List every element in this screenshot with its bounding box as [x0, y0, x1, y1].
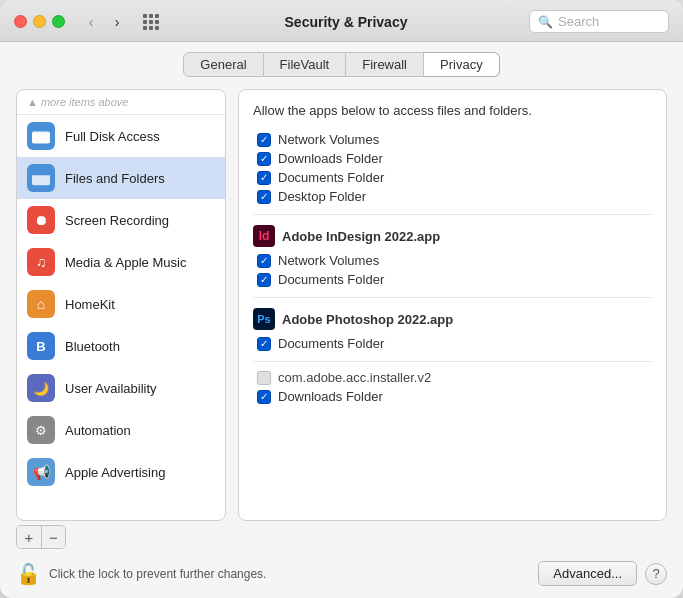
sidebar-item-label: Media & Apple Music: [65, 255, 186, 270]
check-item: ✓ Documents Folder: [253, 168, 652, 187]
section-divider: [253, 297, 652, 298]
close-button[interactable]: [14, 15, 27, 28]
checkbox-documents-indesign[interactable]: ✓: [257, 273, 271, 287]
section-divider: [253, 361, 652, 362]
forward-button[interactable]: ›: [105, 12, 129, 32]
check-item: ✓ Documents Folder: [253, 270, 652, 289]
tab-privacy[interactable]: Privacy: [424, 52, 500, 77]
search-bar[interactable]: 🔍: [529, 10, 669, 33]
checkbox-documents-photoshop[interactable]: ✓: [257, 337, 271, 351]
check-item: ✓ Network Volumes: [253, 251, 652, 270]
content-area: ▲ more items above Full Disk Access File…: [0, 77, 683, 521]
scrolled-items-indicator: ▲ more items above: [17, 90, 225, 115]
sidebar-item-label: Screen Recording: [65, 213, 169, 228]
check-item: ✓ Documents Folder: [253, 334, 652, 353]
user-availability-icon: 🌙: [27, 374, 55, 402]
sidebar-item-label: Bluetooth: [65, 339, 120, 354]
app-grid-button[interactable]: [139, 12, 163, 32]
sidebar-item-label: Files and Folders: [65, 171, 165, 186]
sidebar: ▲ more items above Full Disk Access File…: [16, 89, 226, 521]
checkbox-documents-1[interactable]: ✓: [257, 171, 271, 185]
sidebar-item-homekit[interactable]: ⌂ HomeKit: [17, 283, 225, 325]
indesign-icon: Id: [253, 225, 275, 247]
bluetooth-icon: B: [27, 332, 55, 360]
photoshop-icon: Ps: [253, 308, 275, 330]
sidebar-item-screen-recording[interactable]: ⏺ Screen Recording: [17, 199, 225, 241]
acc-installer-section: com.adobe.acc.installer.v2 ✓ Downloads F…: [253, 368, 652, 406]
panel-description: Allow the apps below to access files and…: [253, 102, 652, 120]
footer-left: 🔓 Click the lock to prevent further chan…: [16, 562, 266, 586]
automation-icon: ⚙: [27, 416, 55, 444]
music-icon: ♫: [27, 248, 55, 276]
help-button[interactable]: ?: [645, 563, 667, 585]
sidebar-item-label: Full Disk Access: [65, 129, 160, 144]
titlebar: ‹ › Security & Privacy 🔍: [0, 0, 683, 42]
folder-icon: [27, 122, 55, 150]
checkbox-desktop-1[interactable]: ✓: [257, 190, 271, 204]
unnamed-app-section: ✓ Network Volumes ✓ Downloads Folder ✓ D…: [253, 130, 652, 206]
lock-icon[interactable]: 🔓: [16, 562, 41, 586]
back-button[interactable]: ‹: [79, 12, 103, 32]
search-icon: 🔍: [538, 15, 553, 29]
search-input[interactable]: [558, 14, 660, 29]
footer-lock-text: Click the lock to prevent further change…: [49, 567, 266, 581]
advanced-button[interactable]: Advanced...: [538, 561, 637, 586]
check-item: ✓ Downloads Folder: [253, 149, 652, 168]
acc-installer-name: com.adobe.acc.installer.v2: [278, 370, 431, 385]
window-title: Security & Privacy: [171, 14, 521, 30]
tabs-row: General FileVault Firewall Privacy: [0, 42, 683, 77]
folder-icon-selected: [27, 164, 55, 192]
checkbox-downloads-1[interactable]: ✓: [257, 152, 271, 166]
apple-advertising-icon: 📢: [27, 458, 55, 486]
sidebar-item-automation[interactable]: ⚙ Automation: [17, 409, 225, 451]
sidebar-item-files-folders[interactable]: Files and Folders: [17, 157, 225, 199]
sidebar-item-apple-advertising[interactable]: 📢 Apple Advertising: [17, 451, 225, 493]
window: ‹ › Security & Privacy 🔍 General FileVau…: [0, 0, 683, 598]
fullscreen-button[interactable]: [52, 15, 65, 28]
sidebar-item-label: User Availability: [65, 381, 157, 396]
check-item: ✓ Network Volumes: [253, 130, 652, 149]
sidebar-item-label: HomeKit: [65, 297, 115, 312]
tab-general[interactable]: General: [183, 52, 263, 77]
grid-icon: [143, 14, 159, 30]
traffic-lights: [14, 15, 65, 28]
section-divider: [253, 214, 652, 215]
indesign-section: Id Adobe InDesign 2022.app ✓ Network Vol…: [253, 221, 652, 289]
sidebar-item-label: Automation: [65, 423, 131, 438]
add-button[interactable]: +: [17, 526, 41, 548]
remove-button[interactable]: −: [41, 526, 65, 548]
checkbox-downloads-acc[interactable]: ✓: [257, 390, 271, 404]
minimize-button[interactable]: [33, 15, 46, 28]
sidebar-item-label: Apple Advertising: [65, 465, 165, 480]
main-panel: Allow the apps below to access files and…: [238, 89, 667, 521]
sidebar-item-bluetooth[interactable]: B Bluetooth: [17, 325, 225, 367]
photoshop-section: Ps Adobe Photoshop 2022.app ✓ Documents …: [253, 304, 652, 353]
checkbox-network-indesign[interactable]: ✓: [257, 254, 271, 268]
homekit-icon: ⌂: [27, 290, 55, 318]
indesign-name: Adobe InDesign 2022.app: [282, 229, 440, 244]
check-item: ✓ Desktop Folder: [253, 187, 652, 206]
sidebar-item-media-music[interactable]: ♫ Media & Apple Music: [17, 241, 225, 283]
photoshop-header: Ps Adobe Photoshop 2022.app: [253, 304, 652, 334]
tab-firewall[interactable]: Firewall: [346, 52, 424, 77]
acc-installer-header: com.adobe.acc.installer.v2: [253, 368, 652, 387]
check-item: ✓ Downloads Folder: [253, 387, 652, 406]
photoshop-name: Adobe Photoshop 2022.app: [282, 312, 453, 327]
footer-right: Advanced... ?: [538, 561, 667, 586]
file-icon: [257, 371, 271, 385]
footer: 🔓 Click the lock to prevent further chan…: [0, 553, 683, 598]
bottom-controls: + −: [0, 521, 683, 553]
add-remove-buttons: + −: [16, 525, 66, 549]
scrolled-text: ▲ more items above: [17, 94, 225, 110]
tab-filevault[interactable]: FileVault: [264, 52, 347, 77]
nav-buttons: ‹ ›: [79, 12, 129, 32]
sidebar-item-full-disk[interactable]: Full Disk Access: [17, 115, 225, 157]
indesign-header: Id Adobe InDesign 2022.app: [253, 221, 652, 251]
screen-recording-icon: ⏺: [27, 206, 55, 234]
checkbox-network-volumes-1[interactable]: ✓: [257, 133, 271, 147]
sidebar-item-user-availability[interactable]: 🌙 User Availability: [17, 367, 225, 409]
